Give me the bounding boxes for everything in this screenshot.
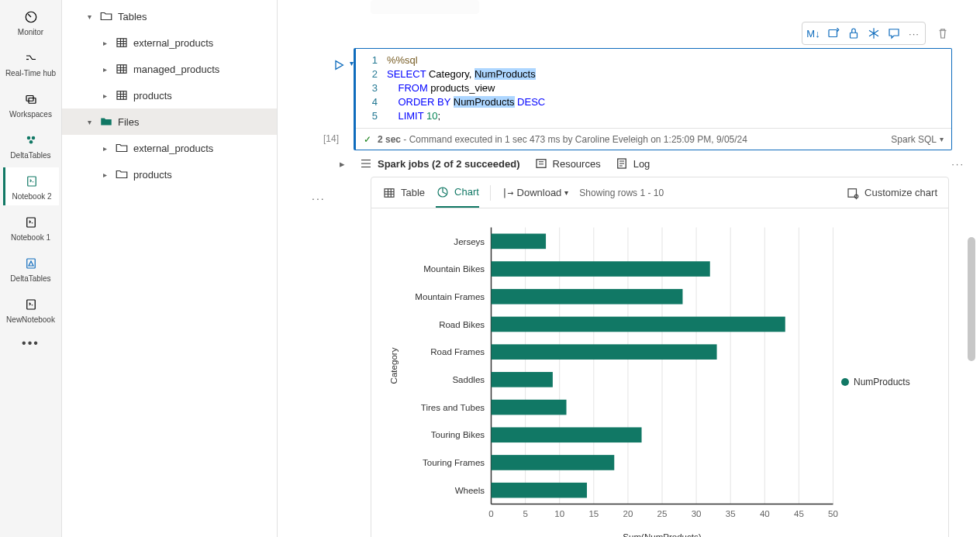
check-icon: ✓ bbox=[364, 134, 371, 145]
svg-text:Touring Bikes: Touring Bikes bbox=[431, 430, 485, 439]
markdown-toggle-button[interactable]: M↓ bbox=[804, 24, 823, 43]
cell-body: 12345 %%sql SELECT Category, NumProducts… bbox=[354, 48, 952, 150]
lock-button[interactable] bbox=[844, 24, 863, 43]
rail-monitor[interactable]: Monitor bbox=[3, 3, 59, 41]
gauge-icon bbox=[22, 8, 40, 26]
customize-chart-button[interactable]: Customize chart bbox=[846, 186, 937, 200]
svg-text:Category: Category bbox=[389, 347, 399, 384]
rail-newnotebook[interactable]: NewNotebook bbox=[3, 291, 59, 329]
notebook-main: M↓ ··· ▾ 12345 %%sql SELECT Category, Nu… bbox=[278, 0, 980, 537]
tree-folder-item[interactable]: ▸ external_products bbox=[62, 135, 277, 161]
svg-rect-58 bbox=[492, 400, 567, 415]
chart-view-tab[interactable]: Chart bbox=[436, 177, 479, 208]
vertical-scrollbar[interactable] bbox=[968, 237, 975, 361]
table-icon bbox=[115, 62, 129, 76]
chevron-down-icon: ▾ bbox=[84, 118, 95, 126]
explorer-panel: ▾ Tables ▸ external_products ▸ managed_p… bbox=[62, 0, 278, 537]
tree-table-item[interactable]: ▸ products bbox=[62, 82, 277, 108]
lakehouse-icon bbox=[22, 254, 40, 273]
tree-folder-item[interactable]: ▸ products bbox=[62, 161, 277, 188]
rail-workspaces[interactable]: Workspaces bbox=[3, 85, 59, 123]
stream-icon bbox=[22, 49, 40, 67]
rail-label: Notebook 2 bbox=[12, 192, 51, 201]
svg-rect-16 bbox=[537, 160, 546, 168]
freeze-button[interactable] bbox=[864, 24, 883, 43]
status-row: [14] ✓ 2 sec - Command executed in 1 sec… bbox=[356, 128, 951, 150]
svg-rect-52 bbox=[492, 317, 785, 332]
svg-marker-15 bbox=[336, 61, 343, 70]
code-cell: ▾ 12345 %%sql SELECT Category, NumProduc… bbox=[309, 48, 952, 150]
run-button[interactable] bbox=[333, 59, 345, 74]
rail-notebook2[interactable]: Notebook 2 bbox=[3, 167, 59, 205]
lakehouse-icon bbox=[22, 131, 40, 150]
rail-realtime[interactable]: Real-Time hub bbox=[3, 44, 59, 82]
svg-point-3 bbox=[26, 136, 30, 140]
svg-text:Saddles: Saddles bbox=[452, 375, 485, 384]
log-link[interactable]: Log bbox=[615, 157, 650, 170]
rail-notebook1[interactable]: Notebook 1 bbox=[3, 208, 59, 246]
chevron-right-icon: ▸ bbox=[99, 65, 110, 74]
svg-text:30: 30 bbox=[692, 509, 702, 518]
bar-chart: 05101520253035404550JerseysMountain Bike… bbox=[385, 219, 841, 537]
chart-area: 05101520253035404550JerseysMountain Bike… bbox=[371, 208, 948, 537]
output-more-button[interactable]: ··· bbox=[951, 158, 972, 170]
svg-rect-9 bbox=[26, 300, 35, 309]
svg-text:Sum(NumProducts): Sum(NumProducts) bbox=[623, 532, 701, 537]
svg-text:40: 40 bbox=[760, 509, 770, 518]
svg-rect-46 bbox=[492, 234, 547, 250]
svg-rect-64 bbox=[492, 483, 587, 498]
svg-text:0: 0 bbox=[488, 509, 493, 518]
rail-label: Real-Time hub bbox=[5, 69, 56, 77]
svg-text:Road Frames: Road Frames bbox=[430, 347, 485, 356]
collapse-output-toggle[interactable]: ▸ bbox=[340, 158, 345, 170]
svg-rect-7 bbox=[26, 218, 35, 227]
cell-side-more[interactable]: ··· bbox=[312, 192, 326, 205]
svg-text:20: 20 bbox=[623, 509, 633, 518]
rail-label: Monitor bbox=[18, 28, 43, 36]
ghost-placeholder bbox=[371, 0, 479, 14]
svg-text:Touring Frames: Touring Frames bbox=[423, 458, 485, 467]
tree-table-item[interactable]: ▸ managed_products bbox=[62, 56, 277, 82]
svg-text:5: 5 bbox=[523, 509, 527, 518]
rail-label: DeltaTables bbox=[10, 151, 50, 160]
tree-label: products bbox=[133, 90, 277, 102]
cell-toolbar-group: M↓ ··· bbox=[802, 22, 926, 45]
workspaces-icon bbox=[22, 90, 40, 108]
language-selector[interactable]: Spark SQL ▾ bbox=[891, 134, 944, 145]
svg-text:Jerseys: Jerseys bbox=[454, 237, 485, 246]
rail-label: DeltaTables bbox=[10, 274, 50, 283]
tree-tables[interactable]: ▾ Tables bbox=[62, 3, 277, 29]
svg-point-4 bbox=[31, 136, 35, 140]
folder-open-icon bbox=[99, 115, 113, 129]
divider bbox=[490, 185, 491, 201]
svg-text:Mountain Bikes: Mountain Bikes bbox=[423, 264, 485, 274]
rail-deltatables[interactable]: DeltaTables bbox=[3, 126, 59, 164]
download-button[interactable]: |→ Download ▾ bbox=[502, 187, 568, 198]
tree-label: external_products bbox=[133, 143, 277, 154]
tree-label: managed_products bbox=[133, 64, 277, 75]
tree-files[interactable]: ▾ Files bbox=[62, 108, 277, 135]
line-gutter: 12345 bbox=[356, 53, 387, 123]
notebook-icon bbox=[22, 213, 40, 232]
svg-rect-10 bbox=[117, 39, 126, 47]
legend-dot-icon bbox=[841, 378, 849, 386]
notebook-icon bbox=[22, 172, 41, 191]
rail-label: NewNotebook bbox=[6, 315, 55, 324]
exec-count: [14] bbox=[323, 133, 339, 144]
delete-cell-button[interactable] bbox=[933, 24, 952, 43]
folder-icon bbox=[99, 9, 113, 23]
comment-button[interactable] bbox=[885, 24, 903, 43]
spark-jobs-link[interactable]: Spark jobs (2 of 2 succeeded) bbox=[359, 157, 520, 170]
rail-deltatables2[interactable]: DeltaTables bbox=[3, 250, 59, 287]
svg-rect-60 bbox=[492, 427, 642, 442]
table-view-tab[interactable]: Table bbox=[382, 177, 425, 208]
convert-cell-button[interactable] bbox=[824, 24, 843, 43]
more-button[interactable]: ··· bbox=[905, 24, 923, 43]
chart-legend: NumProducts bbox=[841, 219, 934, 537]
tree-table-item[interactable]: ▸ external_products bbox=[62, 29, 277, 56]
resources-link[interactable]: Resources bbox=[534, 157, 601, 170]
rows-info: Showing rows 1 - 10 bbox=[579, 188, 664, 198]
code-editor[interactable]: 12345 %%sql SELECT Category, NumProducts… bbox=[356, 49, 951, 128]
rail-more[interactable]: ••• bbox=[22, 332, 40, 350]
svg-text:25: 25 bbox=[657, 509, 668, 518]
